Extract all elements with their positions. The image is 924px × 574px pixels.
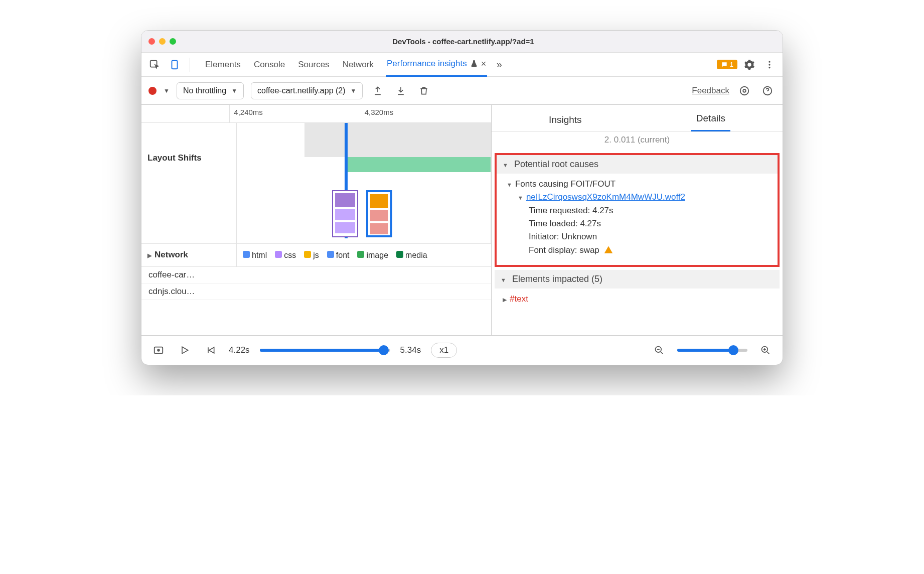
record-button-icon[interactable] [148,87,157,95]
section-header-elements-impacted[interactable]: Elements impacted (5) [495,270,780,289]
tab-details[interactable]: Details [691,113,730,131]
details-tabs: Insights Details [492,105,783,132]
tab-performance-insights[interactable]: Performance insights × [386,53,487,77]
legend-item: html [243,251,267,260]
tab-elements[interactable]: Elements [204,53,242,77]
rewind-icon[interactable] [203,342,219,358]
settings-gear-icon[interactable] [741,57,757,73]
throttling-select[interactable]: No throttling ▼ [177,82,244,99]
maximize-window-icon[interactable] [170,38,176,45]
close-window-icon[interactable] [148,38,155,45]
import-icon[interactable] [393,83,409,99]
network-request-row[interactable]: coffee-car… [141,267,491,283]
toggle-view-icon[interactable] [150,342,167,358]
track-label[interactable]: Network [141,244,237,266]
record-dropdown-icon[interactable]: ▼ [164,87,170,94]
svg-point-4 [768,67,770,68]
detail-row: Initiator: Unknown [507,230,767,243]
chevron-down-icon: ▼ [351,87,357,94]
tab-label: Performance insights [387,59,467,69]
timeline-panel: 4,240ms 4,320ms Layout Shifts Network ht… [141,105,492,335]
font-file-link[interactable]: neILzCirqoswsqX9zoKmM4MwWJU.woff2 [526,192,685,202]
insights-toolbar: ▼ No throttling ▼ coffee-cart.netlify.ap… [141,77,783,105]
zoom-in-icon[interactable] [757,342,774,358]
svg-point-3 [768,64,770,65]
minimize-window-icon[interactable] [159,38,166,45]
legend-item: image [357,251,388,260]
legend-item: font [327,251,350,260]
playback-speed[interactable]: x1 [431,343,457,358]
issues-badge[interactable]: 1 [717,60,737,69]
details-panel: Insights Details 2. 0.011 (current) Pote… [492,105,783,335]
timeline-region [304,123,491,157]
scrub-time-start: 4.22s [229,345,250,355]
legend-item: js [304,251,319,260]
close-tab-icon[interactable]: × [481,59,487,69]
flask-icon [470,60,478,68]
track-label: Layout Shifts [141,123,237,243]
panel-body: 4,240ms 4,320ms Layout Shifts Network ht… [141,105,783,336]
legend-item: css [275,251,296,260]
impacted-element[interactable]: #text [510,294,528,304]
traffic-lights [148,38,176,45]
screenshot-thumbnail-selected[interactable] [366,190,392,237]
tab-sources[interactable]: Sources [297,53,330,77]
tab-insights[interactable]: Insights [544,114,586,131]
timeline-content[interactable] [237,123,491,243]
tabs-overflow-icon[interactable]: » [491,57,507,73]
export-icon[interactable] [370,83,386,99]
svg-point-9 [158,349,160,351]
divider [190,58,190,72]
zoom-slider[interactable] [677,349,747,352]
kebab-menu-icon[interactable] [761,57,778,73]
zoom-out-icon[interactable] [651,342,667,358]
chevron-down-icon: ▼ [231,87,237,94]
playback-bar: 4.22s 5.34s x1 [141,336,783,365]
legend-item: media [396,251,427,260]
root-causes-body: Fonts causing FOIT/FOUT neILzCirqoswsqX9… [497,174,778,261]
detail-row: Time loaded: 4.27s [507,217,767,230]
device-toggle-icon[interactable] [167,57,183,73]
panel-tabs: Elements Console Sources Network Perform… [204,53,487,77]
svg-point-2 [768,61,770,62]
tab-console[interactable]: Console [253,53,286,77]
section-header-root-causes[interactable]: Potential root causes [497,155,778,174]
detail-row: Font display: swap [507,244,767,257]
detail-row: Time requested: 4.27s [507,204,767,217]
main-toolbar: Elements Console Sources Network Perform… [141,53,783,77]
timeline-region [345,157,491,172]
scrub-slider[interactable] [260,349,390,352]
layout-shifts-track: Layout Shifts [141,123,491,244]
delete-icon[interactable] [416,83,432,99]
time-tick: 4,240ms [230,105,360,122]
time-tick: 4,320ms [361,105,491,122]
target-select[interactable]: coffee-cart.netlify.app (2) ▼ [251,82,363,99]
timeline-ruler: 4,240ms 4,320ms [141,105,491,123]
inspect-icon[interactable] [146,57,163,73]
network-request-row[interactable]: cdnjs.clou… [141,283,491,300]
screenshot-thumbnail[interactable] [332,190,358,237]
root-causes-highlight: Potential root causes Fonts causing FOIT… [495,153,780,267]
help-icon[interactable] [759,83,776,99]
devtools-window: DevTools - coffee-cart.netlify.app/?ad=1… [141,30,783,365]
svg-rect-1 [172,60,178,69]
tab-network[interactable]: Network [342,53,375,77]
warning-icon [604,245,613,254]
elements-impacted-body: #text [492,289,783,310]
network-legend: html css js font image media [237,244,491,266]
feedback-link[interactable]: Feedback [692,86,729,96]
panel-settings-icon[interactable] [736,83,752,99]
scrub-time-end: 5.34s [400,345,421,355]
window-title: DevTools - coffee-cart.netlify.app/?ad=1 [176,37,750,46]
tree-item-font-file[interactable]: neILzCirqoswsqX9zoKmM4MwWJU.woff2 [507,191,767,204]
network-file-list: coffee-car… cdnjs.clou… [141,267,491,300]
play-icon[interactable] [177,342,193,358]
prior-item-peek: 2. 0.011 (current) [492,132,783,150]
speech-warning-icon [721,61,728,68]
network-track: Network html css js font image media [141,244,491,267]
svg-point-6 [740,86,749,95]
tree-item-fonts[interactable]: Fonts causing FOIT/FOUT [507,178,767,191]
titlebar: DevTools - coffee-cart.netlify.app/?ad=1 [141,31,783,53]
svg-point-5 [743,89,746,92]
